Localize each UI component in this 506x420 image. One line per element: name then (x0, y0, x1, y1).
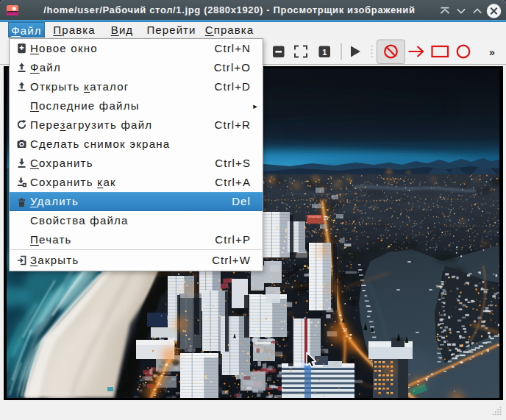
svg-text:1: 1 (322, 48, 327, 57)
svg-text:»: » (489, 46, 495, 58)
